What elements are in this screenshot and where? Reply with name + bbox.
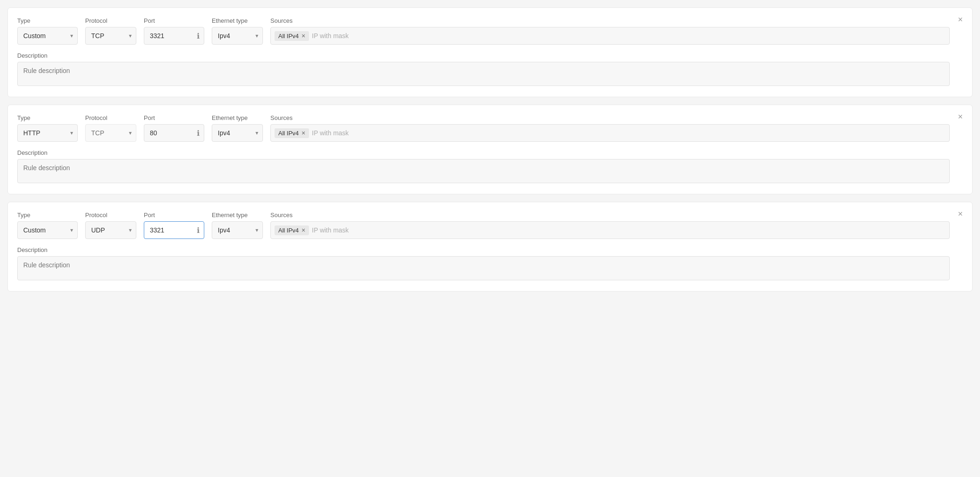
- sources-input-1[interactable]: All IPv4 × IP with mask: [270, 27, 950, 45]
- close-rule-1-button[interactable]: ×: [956, 13, 965, 26]
- sources-tag-close-1[interactable]: ×: [302, 33, 305, 39]
- port-label-2: Port: [144, 114, 204, 121]
- description-label-1: Description: [17, 52, 950, 59]
- sources-field-group-2: Sources All IPv4 × IP with mask: [270, 114, 950, 142]
- description-section-1: Description: [17, 52, 950, 87]
- type-select-1[interactable]: CustomHTTPHTTPSSSHRDP: [17, 27, 78, 45]
- ethernet-field-group-2: Ethernet type Ipv4Ipv6 ▾: [212, 114, 263, 142]
- fields-row-2: Type CustomHTTPHTTPSSSHRDP ▾ Protocol TC…: [17, 114, 950, 142]
- sources-label-2: Sources: [270, 114, 950, 121]
- sources-placeholder-1: IP with mask: [312, 32, 349, 40]
- sources-field-group-1: Sources All IPv4 × IP with mask: [270, 17, 950, 45]
- port-field-group-1: Port ℹ: [144, 17, 204, 45]
- rule-card-2: × Type CustomHTTPHTTPSSSHRDP ▾ Protocol: [7, 105, 973, 194]
- port-label-3: Port: [144, 212, 204, 219]
- sources-placeholder-3: IP with mask: [312, 226, 349, 234]
- sources-label-1: Sources: [270, 17, 950, 24]
- protocol-field-group-2: Protocol TCPUDPICMP ▾: [85, 114, 136, 142]
- sources-tag-text-3: All IPv4: [278, 227, 299, 234]
- port-label-1: Port: [144, 17, 204, 24]
- protocol-label-2: Protocol: [85, 114, 136, 121]
- sources-tag-2: All IPv4 ×: [275, 128, 309, 138]
- protocol-label-3: Protocol: [85, 212, 136, 219]
- fields-row-3: Type CustomHTTPHTTPSSSHRDP ▾ Protocol TC…: [17, 212, 950, 239]
- type-select-2[interactable]: CustomHTTPHTTPSSSHRDP: [17, 124, 78, 142]
- protocol-field-group-3: Protocol TCPUDPICMP ▾: [85, 212, 136, 239]
- port-field-group-3: Port ℹ: [144, 212, 204, 239]
- port-input-3[interactable]: [144, 221, 204, 239]
- ethernet-field-group-1: Ethernet type Ipv4Ipv6 ▾: [212, 17, 263, 45]
- sources-placeholder-2: IP with mask: [312, 129, 349, 137]
- description-section-2: Description: [17, 149, 950, 185]
- ethernet-select-2[interactable]: Ipv4Ipv6: [212, 124, 263, 142]
- port-field-group-2: Port ℹ: [144, 114, 204, 142]
- protocol-select-2[interactable]: TCPUDPICMP: [85, 124, 136, 142]
- ethernet-select-wrapper-1: Ipv4Ipv6 ▾: [212, 27, 263, 45]
- type-field-group-3: Type CustomHTTPHTTPSSSHRDP ▾: [17, 212, 78, 239]
- port-input-2[interactable]: [144, 124, 204, 142]
- port-input-wrapper-3: ℹ: [144, 221, 204, 239]
- rule-card-3: × Type CustomHTTPHTTPSSSHRDP ▾ Protocol: [7, 202, 973, 292]
- description-label-2: Description: [17, 149, 950, 156]
- protocol-select-wrapper-1: TCPUDPICMP ▾: [85, 27, 136, 45]
- protocol-field-group-1: Protocol TCPUDPICMP ▾: [85, 17, 136, 45]
- description-section-3: Description: [17, 246, 950, 282]
- ethernet-select-wrapper-2: Ipv4Ipv6 ▾: [212, 124, 263, 142]
- type-field-group-2: Type CustomHTTPHTTPSSSHRDP ▾: [17, 114, 78, 142]
- port-input-wrapper-2: ℹ: [144, 124, 204, 142]
- type-field-group-1: Type CustomHTTPHTTPSSSHRDP ▾: [17, 17, 78, 45]
- protocol-select-1[interactable]: TCPUDPICMP: [85, 27, 136, 45]
- sources-tag-1: All IPv4 ×: [275, 31, 309, 41]
- sources-tag-text-1: All IPv4: [278, 33, 299, 40]
- sources-input-3[interactable]: All IPv4 × IP with mask: [270, 221, 950, 239]
- ethernet-select-3[interactable]: Ipv4Ipv6: [212, 221, 263, 239]
- ethernet-select-wrapper-3: Ipv4Ipv6 ▾: [212, 221, 263, 239]
- type-select-wrapper-2: CustomHTTPHTTPSSSHRDP ▾: [17, 124, 78, 142]
- description-textarea-2[interactable]: [17, 159, 950, 183]
- type-select-3[interactable]: CustomHTTPHTTPSSSHRDP: [17, 221, 78, 239]
- port-input-wrapper-1: ℹ: [144, 27, 204, 45]
- port-input-1[interactable]: [144, 27, 204, 45]
- sources-field-group-3: Sources All IPv4 × IP with mask: [270, 212, 950, 239]
- protocol-select-wrapper-3: TCPUDPICMP ▾: [85, 221, 136, 239]
- ethernet-select-1[interactable]: Ipv4Ipv6: [212, 27, 263, 45]
- ethernet-label-3: Ethernet type: [212, 212, 263, 219]
- type-label-2: Type: [17, 114, 78, 121]
- description-label-3: Description: [17, 246, 950, 253]
- type-select-wrapper-3: CustomHTTPHTTPSSSHRDP ▾: [17, 221, 78, 239]
- sources-input-2[interactable]: All IPv4 × IP with mask: [270, 124, 950, 142]
- close-rule-2-button[interactable]: ×: [956, 111, 965, 123]
- sources-tag-3: All IPv4 ×: [275, 225, 309, 235]
- sources-tag-close-2[interactable]: ×: [302, 130, 305, 136]
- sources-tag-close-3[interactable]: ×: [302, 227, 305, 233]
- fields-row-1: Type CustomHTTPHTTPSSSHRDP ▾ Protocol TC…: [17, 17, 950, 45]
- protocol-select-3[interactable]: TCPUDPICMP: [85, 221, 136, 239]
- type-label-3: Type: [17, 212, 78, 219]
- description-textarea-1[interactable]: [17, 62, 950, 86]
- description-textarea-3[interactable]: [17, 256, 950, 280]
- type-select-wrapper-1: CustomHTTPHTTPSSSHRDP ▾: [17, 27, 78, 45]
- protocol-label-1: Protocol: [85, 17, 136, 24]
- ethernet-label-2: Ethernet type: [212, 114, 263, 121]
- rule-card-1: × Type CustomHTTPHTTPSSSHRDP ▾ Protocol: [7, 7, 973, 97]
- protocol-select-wrapper-2: TCPUDPICMP ▾: [85, 124, 136, 142]
- sources-tag-text-2: All IPv4: [278, 130, 299, 137]
- type-label-1: Type: [17, 17, 78, 24]
- ethernet-label-1: Ethernet type: [212, 17, 263, 24]
- ethernet-field-group-3: Ethernet type Ipv4Ipv6 ▾: [212, 212, 263, 239]
- close-rule-3-button[interactable]: ×: [956, 208, 965, 220]
- sources-label-3: Sources: [270, 212, 950, 219]
